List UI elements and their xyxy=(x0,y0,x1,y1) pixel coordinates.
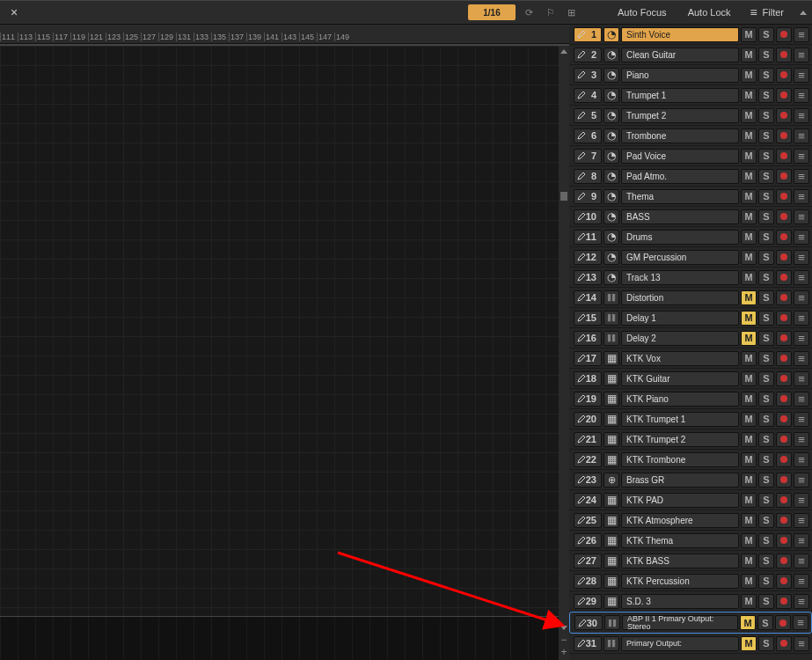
solo-button[interactable]: S xyxy=(758,533,774,548)
track-type[interactable] xyxy=(604,68,619,83)
track-name[interactable]: Track 13 xyxy=(621,270,739,285)
track-number[interactable]: 13 xyxy=(574,270,602,285)
track-number[interactable]: 23 xyxy=(574,473,602,488)
track-number[interactable]: 8 xyxy=(574,169,602,184)
track-type[interactable] xyxy=(604,351,619,366)
solo-button[interactable]: S xyxy=(758,331,774,346)
mute-button[interactable]: M xyxy=(741,432,757,447)
track-number[interactable]: 25 xyxy=(574,513,602,528)
solo-button[interactable]: S xyxy=(757,615,773,630)
track-number[interactable]: 5 xyxy=(574,108,602,123)
solo-button[interactable]: S xyxy=(758,88,774,103)
track-number[interactable]: 31 xyxy=(574,636,602,651)
track-number[interactable]: 14 xyxy=(574,290,602,305)
track-row[interactable]: 31⦀⦀Primary Output:MS≡ xyxy=(569,634,812,654)
track-menu-button[interactable]: ≡ xyxy=(794,270,809,285)
solo-button[interactable]: S xyxy=(758,636,774,651)
track-type[interactable] xyxy=(604,432,619,447)
auto-lock-button[interactable]: Auto Lock xyxy=(681,7,738,18)
track-row[interactable]: 10BASSMS≡ xyxy=(569,207,812,227)
track-number[interactable]: 12 xyxy=(574,250,602,265)
track-number[interactable]: 29 xyxy=(574,594,602,609)
track-name[interactable]: KTK Trombone xyxy=(621,452,739,467)
record-arm-button[interactable] xyxy=(776,48,792,62)
track-type[interactable] xyxy=(604,250,619,265)
record-arm-button[interactable] xyxy=(776,554,792,568)
track-name[interactable]: Pad Voice xyxy=(621,149,739,164)
mute-button[interactable]: M xyxy=(741,270,757,285)
track-menu-button[interactable]: ≡ xyxy=(794,68,809,83)
record-arm-button[interactable] xyxy=(776,371,792,386)
record-arm-button[interactable] xyxy=(776,574,792,589)
solo-button[interactable]: S xyxy=(758,169,774,184)
track-type[interactable]: ⦀⦀ xyxy=(604,615,620,630)
track-menu-button[interactable]: ≡ xyxy=(794,513,809,528)
mute-button[interactable]: M xyxy=(741,311,757,326)
track-name[interactable]: Brass GR xyxy=(621,473,739,488)
mute-button[interactable]: M xyxy=(741,371,757,386)
track-name[interactable]: Delay 2 xyxy=(621,331,739,346)
solo-button[interactable]: S xyxy=(758,311,774,326)
solo-button[interactable]: S xyxy=(758,128,774,143)
solo-button[interactable]: S xyxy=(758,68,774,83)
track-number[interactable]: 10 xyxy=(574,209,602,224)
mute-button[interactable]: M xyxy=(740,615,756,630)
record-arm-button[interactable] xyxy=(776,351,792,366)
track-number[interactable]: 4 xyxy=(574,88,602,103)
record-arm-button[interactable] xyxy=(776,513,792,528)
track-row[interactable]: 26KTK ThemaMS≡ xyxy=(569,531,812,551)
track-row[interactable]: 22KTK TromboneMS≡ xyxy=(569,450,812,470)
track-row[interactable]: 28KTK PercussionMS≡ xyxy=(569,571,812,591)
track-number[interactable]: 20 xyxy=(574,412,602,427)
record-arm-button[interactable] xyxy=(776,27,792,42)
track-name[interactable]: KTK Guitar xyxy=(621,371,739,386)
track-type[interactable] xyxy=(604,392,619,407)
track-menu-button[interactable]: ≡ xyxy=(794,432,809,447)
track-menu-button[interactable]: ≡ xyxy=(794,108,809,123)
mute-button[interactable]: M xyxy=(741,533,757,548)
track-menu-button[interactable]: ≡ xyxy=(793,615,808,630)
track-type[interactable] xyxy=(604,533,619,548)
grid-resolution[interactable]: 1/16 xyxy=(468,4,516,20)
record-arm-button[interactable] xyxy=(776,311,792,326)
track-menu-button[interactable]: ≡ xyxy=(794,351,809,366)
track-menu-button[interactable]: ≡ xyxy=(794,554,809,568)
track-row[interactable]: 14⦀⦀DistortionMS≡ xyxy=(569,288,812,308)
track-name[interactable]: KTK Percussion xyxy=(621,574,739,589)
close-icon[interactable]: × xyxy=(5,5,23,19)
record-arm-button[interactable] xyxy=(776,473,792,488)
track-type[interactable] xyxy=(604,594,619,609)
track-number[interactable]: 27 xyxy=(574,554,602,568)
mute-button[interactable]: M xyxy=(741,412,757,427)
track-menu-button[interactable]: ≡ xyxy=(794,169,809,184)
track-name[interactable]: Clean Guitar xyxy=(621,48,739,62)
track-menu-button[interactable]: ≡ xyxy=(794,331,809,346)
record-arm-button[interactable] xyxy=(776,189,792,204)
mute-button[interactable]: M xyxy=(741,128,757,143)
track-name[interactable]: KTK Atmosphere xyxy=(621,513,739,528)
solo-button[interactable]: S xyxy=(758,554,774,568)
record-arm-button[interactable] xyxy=(776,270,792,285)
track-row[interactable]: 20KTK Trumpet 1MS≡ xyxy=(569,409,812,429)
track-name[interactable]: KTK PAD xyxy=(621,493,739,508)
track-menu-button[interactable]: ≡ xyxy=(794,533,809,548)
record-arm-button[interactable] xyxy=(776,128,792,143)
record-arm-button[interactable] xyxy=(776,209,792,224)
mute-button[interactable]: M xyxy=(741,351,757,366)
track-type[interactable] xyxy=(604,473,619,488)
solo-button[interactable]: S xyxy=(758,452,774,467)
track-type[interactable]: ⦀⦀ xyxy=(604,636,619,651)
track-name[interactable]: KTK Trumpet 2 xyxy=(621,432,739,447)
scroll-down-icon[interactable] xyxy=(560,626,567,630)
scroll-thumb[interactable] xyxy=(560,192,567,201)
zoom-out-button[interactable]: − xyxy=(560,634,567,646)
track-row[interactable]: 29S.D. 3MS≡ xyxy=(569,591,812,612)
track-menu-button[interactable]: ≡ xyxy=(794,493,809,508)
track-row[interactable]: 15⦀⦀Delay 1MS≡ xyxy=(569,308,812,328)
track-type[interactable] xyxy=(604,108,619,123)
record-arm-button[interactable] xyxy=(776,169,792,184)
track-number[interactable]: 16 xyxy=(574,331,602,346)
mute-button[interactable]: M xyxy=(741,331,757,346)
track-name[interactable]: KTK Vox xyxy=(621,351,739,366)
track-number[interactable]: 7 xyxy=(574,149,602,164)
